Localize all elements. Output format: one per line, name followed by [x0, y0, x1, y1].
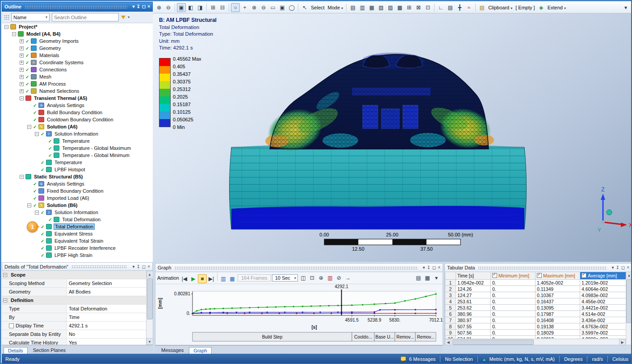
data-cell[interactable]: 124.27	[456, 292, 491, 298]
scroll-right-arrow[interactable]: ▶	[619, 339, 626, 345]
search-outline-input[interactable]	[52, 13, 118, 21]
tree-item[interactable]: ✓Temperature - Global Minimum	[2, 152, 153, 159]
column-header-average[interactable]: Average [mm]	[580, 272, 626, 280]
table-row[interactable]: 8507.550.0.191384.6763e-002	[445, 323, 626, 330]
data-cell[interactable]: 0.11349	[536, 286, 580, 292]
time-decay-icon[interactable]: ▦	[228, 274, 237, 283]
chart-icon[interactable]: ≈	[465, 3, 473, 12]
min-tag-icon[interactable]: ⊡	[423, 3, 432, 12]
zoom-fit-icon[interactable]: ▣	[278, 3, 287, 12]
tree-item[interactable]: −Model (A4, B4)	[2, 30, 153, 37]
data-cell[interactable]: 4.456e-002	[580, 298, 626, 305]
data-cell[interactable]: 0.18029	[536, 330, 580, 336]
magnifier-icon[interactable]: ◯	[287, 3, 296, 12]
data-cell[interactable]: 4.6763e-002	[580, 323, 626, 330]
panel-menu-icon[interactable]: ▾	[423, 265, 425, 270]
tree-item[interactable]: +✓Geometry	[2, 45, 153, 52]
column-header-time[interactable]: Time [s]	[456, 272, 491, 280]
clipboard-empty-label[interactable]: [ Empty ]	[515, 5, 535, 10]
details-property-value[interactable]: No	[67, 330, 153, 338]
maximize-icon[interactable]: ◻	[432, 265, 436, 270]
zoom-chart-icon[interactable]: ⊕	[317, 273, 326, 282]
zoom-out-mode-icon[interactable]: ⊖	[259, 3, 268, 12]
details-property-value[interactable]: Geometry Selection	[67, 279, 153, 287]
messages-status[interactable]: 6 Messages	[401, 356, 435, 362]
tree-item[interactable]: ✓Temperature	[2, 159, 153, 166]
collapse-icon[interactable]: −	[27, 125, 31, 129]
tree-item[interactable]: ✓Total Deformation1	[2, 223, 153, 230]
panel-drag-handle[interactable]	[71, 265, 127, 268]
pin-icon[interactable]: ↧	[136, 265, 140, 269]
collapse-icon[interactable]: −	[35, 211, 39, 215]
build-plate-cylinder[interactable]	[230, 143, 527, 229]
probe-icon[interactable]: ⊞	[405, 3, 414, 12]
tree-item[interactable]: ✓LPBF Recoater Interference	[2, 244, 153, 252]
tree-item[interactable]: ✓≡Analysis Settings	[2, 102, 153, 109]
data-cell[interactable]: 3.436e-002	[580, 317, 626, 323]
tabular-vertical-scrollbar[interactable]: ▲	[626, 272, 632, 345]
rotate-mode-icon[interactable]: ○	[231, 3, 240, 12]
result-sets-icon[interactable]: ▥	[219, 274, 228, 283]
data-cell[interactable]: 0.17987	[536, 311, 580, 317]
expand-icon[interactable]: +	[20, 89, 24, 93]
table-row[interactable]: 6380.960.0.179874.514e-002	[445, 311, 626, 317]
animation-duration-select[interactable]: 10 Sec ▾	[272, 274, 298, 281]
data-cell[interactable]: 1.4052e-002	[536, 280, 580, 286]
tree-item[interactable]: −Project*	[2, 23, 153, 30]
triad-toggle-icon[interactable]: ╋	[455, 3, 464, 12]
column-header-minimum[interactable]: Minimum [mm]	[491, 272, 536, 280]
tree-item[interactable]: −Transient Thermal (A5)	[2, 95, 153, 102]
chevron-down-icon[interactable]: ▾	[432, 273, 441, 282]
pan-mode-icon[interactable]: +	[240, 3, 249, 12]
expand-icon[interactable]: +	[20, 75, 24, 79]
model-3d-canvas[interactable]: 0.00 25.00 50.00 (mm) 12.50 37.50 Z X Y	[153, 13, 632, 262]
checkbox[interactable]	[9, 323, 14, 328]
export-data-icon[interactable]: →	[343, 273, 352, 282]
maximize-icon[interactable]: ◻	[142, 265, 146, 269]
data-cell[interactable]: 0.	[491, 286, 536, 292]
clipboard-icon[interactable]: ▤	[477, 3, 486, 12]
filter-funnel-icon[interactable]	[121, 16, 126, 19]
details-property-value[interactable]: Total Deformation	[67, 305, 153, 313]
geometry-viewport[interactable]: B: AM LPBF Structural Total Deformation …	[153, 13, 632, 262]
tab-details[interactable]: Details	[4, 347, 28, 354]
tree-item[interactable]: −✓ϟSolution (B6)	[2, 202, 153, 209]
am-part[interactable]	[262, 53, 496, 158]
data-cell[interactable]: 253.61	[456, 298, 491, 305]
maximize-icon[interactable]: ◻	[621, 265, 625, 270]
checkbox[interactable]	[537, 273, 542, 278]
grid-view-icon[interactable]: ▤	[414, 273, 423, 282]
table-row[interactable]: 3124.270.0.103674.0983e-002	[445, 292, 626, 298]
scroll-left-arrow[interactable]: ◀	[445, 339, 452, 345]
data-cell[interactable]: 0.	[491, 298, 536, 305]
data-cell[interactable]: 3.4421e-002	[580, 305, 626, 311]
graph-chart[interactable]: 0.802810.[mm]4591.55238.95830.7012.1[s]B…	[155, 284, 443, 347]
show-mesh-icon[interactable]: ▦	[367, 3, 376, 12]
filter-options-chevron-icon[interactable]: ▾	[128, 15, 130, 19]
tree-item[interactable]: ✓Temperature	[2, 137, 153, 145]
details-category-row[interactable]: −Scope	[2, 271, 153, 279]
details-property-value[interactable]: All Bodies	[67, 288, 153, 296]
max-tag-icon[interactable]: ⊠	[414, 3, 423, 12]
snapshot-icon[interactable]: ⊡	[308, 273, 317, 282]
data-cell[interactable]: 0.16408	[536, 317, 580, 323]
edge-coloring-icon[interactable]: ▧	[377, 3, 385, 12]
stop-icon[interactable]: ■	[198, 274, 207, 283]
panel-menu-icon[interactable]: ▾	[611, 265, 614, 270]
data-cell[interactable]: 0.10367	[536, 292, 580, 298]
export-video-icon[interactable]: ◫	[299, 273, 308, 282]
tree-item[interactable]: ✓Fixed Boundary Condition	[2, 187, 153, 194]
tree-item[interactable]: −Static Structural (B5)	[2, 173, 153, 180]
tree-item[interactable]: ✓Equivalent Total Strain	[2, 237, 153, 244]
tree-item[interactable]: ✓Cooldown Boundary Condition	[2, 116, 153, 123]
pin-icon[interactable]: ↧	[136, 4, 140, 9]
details-property-value[interactable]: 4292.1 s	[67, 322, 153, 330]
table-row[interactable]: 5253.620.0.130953.4421e-002	[445, 305, 626, 311]
play-icon[interactable]: ▶	[189, 274, 198, 283]
chart-bars-icon[interactable]: ▥	[326, 273, 335, 282]
panel-drag-handle[interactable]	[478, 266, 607, 269]
stacked-view-icon[interactable]: ▦	[423, 273, 432, 282]
mode-label[interactable]: Mode▾	[328, 5, 343, 10]
close-icon[interactable]: ×	[627, 265, 629, 270]
data-cell[interactable]: 1.0542e-002	[456, 280, 491, 286]
